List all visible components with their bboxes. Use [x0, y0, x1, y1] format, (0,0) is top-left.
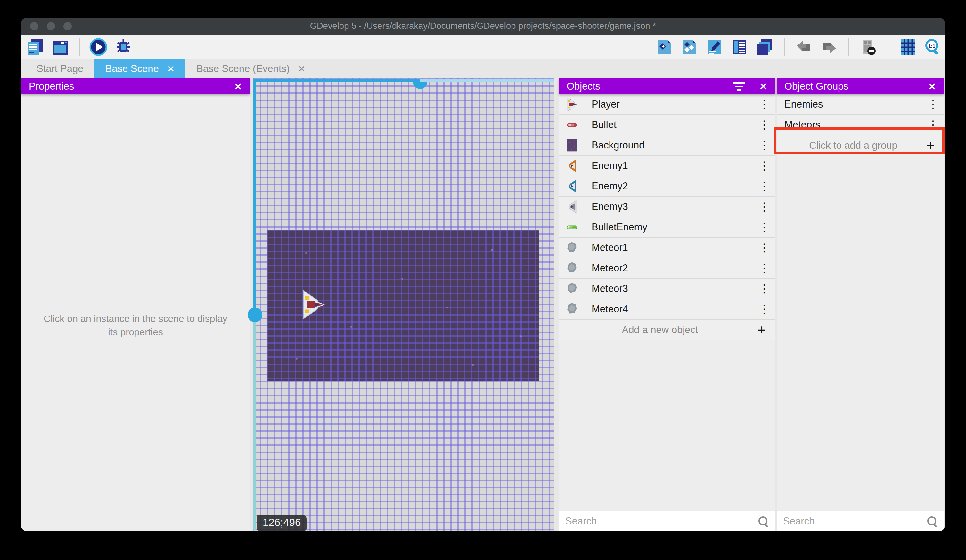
- object-menu-icon[interactable]: ⋮: [758, 302, 770, 316]
- object-row-enemy2[interactable]: Enemy2 ⋮: [559, 176, 775, 197]
- meteor1-object-icon: [565, 240, 579, 255]
- preview-window-icon[interactable]: [51, 38, 69, 56]
- object-row-bullet[interactable]: Bullet ⋮: [559, 115, 775, 135]
- add-group-row[interactable]: Click to add a group +: [777, 135, 944, 156]
- object-groups-panel-title: Object Groups: [784, 81, 848, 92]
- traffic-lights[interactable]: [30, 22, 72, 30]
- zoom-1-1-icon[interactable]: 1:1: [924, 39, 941, 56]
- close-tab-icon[interactable]: ✕: [167, 64, 174, 74]
- search-icon: [927, 516, 938, 527]
- add-group-label: Click to add a group: [783, 140, 923, 151]
- toolbar-separator: [848, 38, 849, 56]
- group-row-meteors[interactable]: Meteors ⋮: [777, 115, 944, 135]
- selection-handle-top[interactable]: [413, 82, 427, 89]
- object-menu-icon[interactable]: ⋮: [758, 282, 770, 295]
- gdevelop-window: GDevelop 5 - /Users/dkarakay/Documents/G…: [21, 18, 945, 531]
- bulletenemy-object-icon: [565, 220, 579, 234]
- group-menu-icon[interactable]: ⋮: [927, 118, 940, 131]
- play-preview-icon[interactable]: [89, 38, 107, 56]
- object-row-bulletenemy[interactable]: BulletEnemy ⋮: [559, 217, 775, 238]
- object-groups-panel: Object Groups ✕ Enemies ⋮ Meteors ⋮ Clic…: [777, 79, 944, 531]
- layers-editor-icon[interactable]: [756, 39, 773, 56]
- object-menu-icon[interactable]: ⋮: [758, 180, 770, 193]
- object-groups-editor-icon[interactable]: [681, 39, 698, 56]
- close-window-button[interactable]: [30, 22, 38, 30]
- object-groups-panel-header: Object Groups ✕: [777, 79, 944, 94]
- redo-icon[interactable]: [821, 39, 837, 56]
- add-object-plus-icon[interactable]: +: [755, 322, 769, 338]
- enemy2-object-icon: [565, 179, 579, 193]
- toggle-grid-icon[interactable]: [899, 39, 916, 56]
- selection-edge-left: [253, 79, 256, 530]
- object-row-enemy1[interactable]: Enemy1 ⋮: [559, 156, 775, 176]
- tab-start-page[interactable]: Start Page: [26, 59, 94, 79]
- group-menu-icon[interactable]: ⋮: [927, 98, 940, 111]
- toolbar-separator: [784, 38, 785, 56]
- debug-icon[interactable]: [114, 38, 132, 56]
- bullet-object-icon: [565, 118, 579, 132]
- groups-search: [777, 511, 944, 531]
- project-manager-icon[interactable]: [26, 38, 44, 56]
- object-menu-icon[interactable]: ⋮: [758, 241, 770, 254]
- svg-text:1:1: 1:1: [928, 43, 935, 49]
- zoom-window-button[interactable]: [63, 22, 72, 30]
- instances-list-icon[interactable]: [731, 39, 748, 56]
- search-icon: [758, 516, 769, 527]
- desktop-background: GDevelop 5 - /Users/dkarakay/Documents/G…: [0, 0, 966, 560]
- close-panel-icon[interactable]: ✕: [759, 81, 767, 92]
- add-object-row[interactable]: Add a new object +: [559, 320, 775, 340]
- objects-panel-title: Objects: [567, 81, 600, 92]
- object-menu-icon[interactable]: ⋮: [758, 139, 770, 152]
- close-panel-icon[interactable]: ✕: [234, 81, 242, 92]
- scene-editor-canvas[interactable]: 126;496: [253, 79, 554, 531]
- objects-editor-icon[interactable]: [656, 39, 673, 56]
- object-menu-icon[interactable]: ⋮: [758, 200, 770, 213]
- add-group-plus-icon[interactable]: +: [923, 138, 938, 154]
- selection-handle-left[interactable]: [248, 308, 262, 322]
- cursor-coordinates: 126;496: [257, 514, 307, 531]
- toolbar-separator: [79, 38, 80, 56]
- objects-panel-header: Objects ✕: [559, 79, 775, 94]
- object-menu-icon[interactable]: ⋮: [758, 221, 770, 234]
- meteor2-object-icon: [565, 261, 579, 275]
- object-menu-icon[interactable]: ⋮: [758, 262, 770, 275]
- properties-panel-title: Properties: [29, 81, 74, 92]
- editor-tabbar: Start Page Base Scene ✕ Base Scene (Even…: [21, 59, 945, 79]
- window-title: GDevelop 5 - /Users/dkarakay/Documents/G…: [310, 21, 656, 31]
- properties-editor-icon[interactable]: [706, 39, 723, 56]
- close-panel-icon[interactable]: ✕: [928, 81, 936, 92]
- tab-base-scene-events[interactable]: Base Scene (Events) ✕: [186, 59, 317, 79]
- object-row-player[interactable]: Player ⋮: [559, 94, 775, 115]
- object-row-meteor1[interactable]: Meteor1 ⋮: [559, 238, 775, 258]
- properties-empty-message: Click on an instance in the scene to dis…: [39, 312, 232, 339]
- undo-icon[interactable]: [795, 39, 812, 56]
- object-menu-icon[interactable]: ⋮: [758, 118, 770, 131]
- titlebar: GDevelop 5 - /Users/dkarakay/Documents/G…: [21, 18, 945, 34]
- main-toolbar: 1:1: [21, 34, 945, 59]
- player-object-icon: [565, 97, 579, 112]
- object-row-meteor4[interactable]: Meteor4 ⋮: [559, 299, 775, 320]
- object-row-meteor3[interactable]: Meteor3 ⋮: [559, 279, 775, 299]
- group-row-enemies[interactable]: Enemies ⋮: [777, 94, 944, 115]
- minimize-window-button[interactable]: [47, 22, 55, 30]
- objects-search-input[interactable]: [565, 516, 758, 527]
- object-row-meteor2[interactable]: Meteor2 ⋮: [559, 258, 775, 279]
- player-ship-instance[interactable]: [300, 289, 325, 320]
- object-menu-icon[interactable]: ⋮: [758, 98, 770, 111]
- object-row-enemy3[interactable]: Enemy3 ⋮: [559, 197, 775, 217]
- selection-edge-top: [253, 79, 554, 82]
- filter-icon[interactable]: [733, 82, 745, 91]
- properties-panel: Properties ✕ Click on an instance in the…: [21, 79, 250, 531]
- groups-search-input[interactable]: [783, 516, 927, 527]
- background-object-icon: [565, 138, 579, 152]
- close-tab-icon[interactable]: ✕: [298, 64, 305, 74]
- properties-panel-header: Properties ✕: [21, 79, 250, 94]
- objects-search: [559, 511, 775, 531]
- tab-base-scene[interactable]: Base Scene ✕: [94, 59, 186, 79]
- meteor3-object-icon: [565, 281, 579, 296]
- object-row-background[interactable]: Background ⋮: [559, 135, 775, 156]
- enemy3-object-icon: [565, 199, 579, 214]
- add-object-label: Add a new object: [565, 324, 755, 336]
- object-menu-icon[interactable]: ⋮: [758, 159, 770, 172]
- delete-instances-icon[interactable]: [860, 39, 877, 56]
